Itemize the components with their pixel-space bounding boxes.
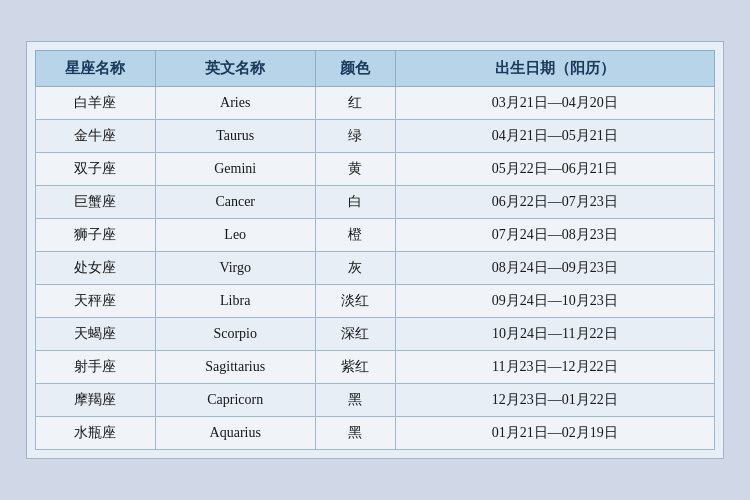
cell-color: 白 — [315, 186, 395, 219]
table-row: 金牛座Taurus绿04月21日—05月21日 — [36, 120, 715, 153]
header-cn-name: 星座名称 — [36, 51, 156, 87]
cell-cn-name: 处女座 — [36, 252, 156, 285]
cell-en-name: Capricorn — [155, 384, 315, 417]
table-row: 狮子座Leo橙07月24日—08月23日 — [36, 219, 715, 252]
cell-cn-name: 天秤座 — [36, 285, 156, 318]
cell-en-name: Libra — [155, 285, 315, 318]
cell-cn-name: 天蝎座 — [36, 318, 156, 351]
cell-date: 05月22日—06月21日 — [395, 153, 714, 186]
cell-color: 红 — [315, 87, 395, 120]
cell-date: 10月24日—11月22日 — [395, 318, 714, 351]
table-row: 天秤座Libra淡红09月24日—10月23日 — [36, 285, 715, 318]
cell-en-name: Sagittarius — [155, 351, 315, 384]
cell-en-name: Scorpio — [155, 318, 315, 351]
zodiac-table: 星座名称 英文名称 颜色 出生日期（阳历） 白羊座Aries红03月21日—04… — [35, 50, 715, 450]
cell-date: 08月24日—09月23日 — [395, 252, 714, 285]
cell-cn-name: 金牛座 — [36, 120, 156, 153]
cell-date: 09月24日—10月23日 — [395, 285, 714, 318]
cell-color: 绿 — [315, 120, 395, 153]
cell-date: 07月24日—08月23日 — [395, 219, 714, 252]
table-row: 天蝎座Scorpio深红10月24日—11月22日 — [36, 318, 715, 351]
cell-cn-name: 摩羯座 — [36, 384, 156, 417]
cell-color: 深红 — [315, 318, 395, 351]
cell-color: 紫红 — [315, 351, 395, 384]
cell-en-name: Gemini — [155, 153, 315, 186]
cell-date: 12月23日—01月22日 — [395, 384, 714, 417]
header-date: 出生日期（阳历） — [395, 51, 714, 87]
table-row: 白羊座Aries红03月21日—04月20日 — [36, 87, 715, 120]
table-row: 水瓶座Aquarius黑01月21日—02月19日 — [36, 417, 715, 450]
cell-color: 黑 — [315, 417, 395, 450]
table-row: 处女座Virgo灰08月24日—09月23日 — [36, 252, 715, 285]
cell-date: 03月21日—04月20日 — [395, 87, 714, 120]
cell-cn-name: 白羊座 — [36, 87, 156, 120]
cell-en-name: Leo — [155, 219, 315, 252]
cell-date: 11月23日—12月22日 — [395, 351, 714, 384]
cell-date: 01月21日—02月19日 — [395, 417, 714, 450]
cell-en-name: Aquarius — [155, 417, 315, 450]
table-row: 巨蟹座Cancer白06月22日—07月23日 — [36, 186, 715, 219]
table-row: 射手座Sagittarius紫红11月23日—12月22日 — [36, 351, 715, 384]
cell-en-name: Taurus — [155, 120, 315, 153]
cell-en-name: Virgo — [155, 252, 315, 285]
cell-color: 淡红 — [315, 285, 395, 318]
cell-color: 黑 — [315, 384, 395, 417]
cell-cn-name: 巨蟹座 — [36, 186, 156, 219]
table-row: 摩羯座Capricorn黑12月23日—01月22日 — [36, 384, 715, 417]
cell-en-name: Cancer — [155, 186, 315, 219]
cell-cn-name: 狮子座 — [36, 219, 156, 252]
cell-date: 04月21日—05月21日 — [395, 120, 714, 153]
cell-cn-name: 水瓶座 — [36, 417, 156, 450]
table-row: 双子座Gemini黄05月22日—06月21日 — [36, 153, 715, 186]
header-en-name: 英文名称 — [155, 51, 315, 87]
table-header-row: 星座名称 英文名称 颜色 出生日期（阳历） — [36, 51, 715, 87]
cell-cn-name: 双子座 — [36, 153, 156, 186]
zodiac-table-container: 星座名称 英文名称 颜色 出生日期（阳历） 白羊座Aries红03月21日—04… — [26, 41, 724, 459]
header-color: 颜色 — [315, 51, 395, 87]
cell-color: 灰 — [315, 252, 395, 285]
cell-en-name: Aries — [155, 87, 315, 120]
cell-cn-name: 射手座 — [36, 351, 156, 384]
cell-color: 橙 — [315, 219, 395, 252]
cell-color: 黄 — [315, 153, 395, 186]
cell-date: 06月22日—07月23日 — [395, 186, 714, 219]
